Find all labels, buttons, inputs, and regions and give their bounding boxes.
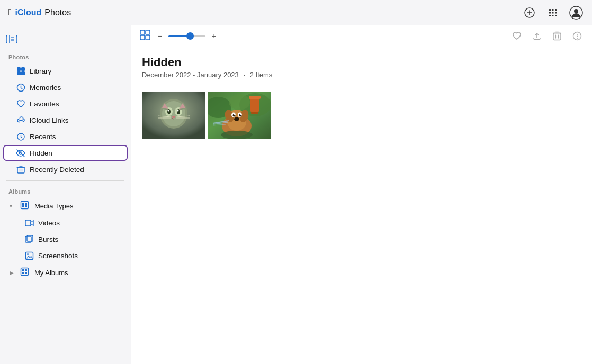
recently-deleted-icon: [16, 165, 25, 174]
content-area: − +: [131, 25, 592, 364]
svg-point-101: [221, 131, 253, 139]
content-subtitle: December 2022 - January 2023 · 2 Items: [142, 71, 581, 79]
sidebar-item-hidden[interactable]: Hidden: [3, 145, 128, 161]
photo-thumbnail-2[interactable]: [208, 92, 271, 139]
sidebar-item-bursts[interactable]: Bursts: [3, 231, 128, 247]
profile-button[interactable]: [569, 5, 584, 20]
sidebar-item-recents-label: Recents: [30, 133, 56, 141]
sidebar-item-favorites-label: Favorites: [30, 100, 59, 108]
sidebar-item-favorites[interactable]: Favorites: [3, 96, 128, 112]
topbar-brand:  iCloud Photos: [8, 7, 71, 18]
svg-rect-7: [552, 12, 554, 13]
zoom-control: − +: [155, 32, 219, 40]
sidebar-item-videos-label: Videos: [38, 219, 60, 227]
svg-rect-84: [249, 96, 261, 99]
svg-rect-19: [17, 67, 21, 71]
svg-point-96: [240, 114, 241, 115]
sidebar-item-recently-deleted-label: Recently Deleted: [30, 166, 84, 174]
svg-rect-83: [250, 97, 259, 112]
svg-rect-10: [552, 15, 554, 16]
gallery-view-button[interactable]: [140, 30, 150, 42]
svg-rect-47: [25, 272, 27, 274]
sidebar-item-memories-label: Memories: [30, 84, 61, 92]
upload-button[interactable]: [531, 30, 543, 42]
content-header: Hidden December 2022 - January 2023 · 2 …: [131, 47, 592, 83]
photo-grid: [131, 83, 592, 148]
zoom-in-button[interactable]: +: [209, 32, 219, 40]
svg-point-42: [27, 253, 29, 255]
svg-point-70: [172, 116, 175, 118]
add-button[interactable]: [522, 5, 537, 20]
sidebar-toggle-button[interactable]: [6, 35, 17, 46]
svg-rect-20: [21, 67, 25, 71]
svg-rect-36: [22, 205, 24, 207]
my-albums-icon: [20, 267, 29, 278]
favorite-button[interactable]: [510, 30, 523, 42]
svg-rect-46: [22, 272, 24, 274]
sidebar-item-my-albums[interactable]: ▶ My Albums: [3, 264, 128, 281]
favorites-icon: [16, 99, 25, 108]
memories-icon: [16, 83, 25, 92]
library-icon: [16, 66, 25, 76]
svg-point-69: [177, 110, 179, 112]
photo-thumbnail-1[interactable]: [142, 92, 205, 139]
svg-rect-11: [555, 15, 557, 16]
media-types-arrow-icon: ▾: [10, 203, 17, 209]
delete-button[interactable]: [551, 30, 563, 42]
svg-rect-85: [251, 112, 258, 114]
more-options-button[interactable]: [571, 30, 584, 42]
sidebar-item-screenshots-label: Screenshots: [38, 252, 78, 260]
svg-rect-9: [549, 15, 551, 16]
items-label: Items: [256, 71, 273, 79]
svg-rect-35: [25, 203, 27, 205]
sidebar-item-videos[interactable]: Videos: [3, 215, 128, 231]
apple-logo-icon: : [8, 7, 12, 18]
svg-rect-49: [146, 30, 150, 34]
screenshots-icon: [24, 251, 34, 260]
sidebar-item-my-albums-label: My Albums: [34, 269, 68, 277]
sidebar-item-media-types[interactable]: ▾ Media Types: [3, 197, 128, 214]
svg-rect-44: [22, 269, 24, 271]
sidebar-item-recently-deleted[interactable]: Recently Deleted: [3, 161, 128, 177]
sidebar-item-hidden-label: Hidden: [30, 149, 52, 157]
svg-rect-3: [549, 9, 551, 11]
sidebar-item-library-label: Library: [30, 67, 51, 75]
sidebar-item-icloud-links[interactable]: iCloud Links: [3, 112, 128, 128]
sidebar-item-screenshots[interactable]: Screenshots: [3, 248, 128, 263]
sidebar-section-photos: Photos: [0, 50, 131, 62]
sidebar: Photos Library Memories: [0, 25, 131, 364]
svg-rect-33: [21, 202, 29, 209]
svg-rect-5: [555, 9, 557, 11]
sidebar-item-memories[interactable]: Memories: [3, 79, 128, 95]
my-albums-arrow-icon: ▶: [10, 270, 17, 276]
svg-point-97: [234, 117, 239, 121]
content-toolbar: − +: [131, 25, 592, 47]
sidebar-item-icloud-links-label: iCloud Links: [30, 116, 69, 124]
svg-rect-48: [140, 30, 145, 34]
icloud-brand-text: iCloud: [15, 8, 42, 17]
zoom-out-button[interactable]: −: [155, 32, 165, 40]
toolbar-right: [510, 30, 584, 42]
sidebar-item-library[interactable]: Library: [3, 63, 128, 79]
page-title: Hidden: [142, 56, 581, 69]
svg-point-13: [574, 9, 578, 13]
svg-point-59: [577, 36, 578, 37]
svg-point-95: [234, 114, 235, 115]
recents-icon: [16, 132, 25, 141]
grid-menu-button[interactable]: [545, 5, 560, 20]
svg-point-68: [168, 110, 169, 112]
sidebar-item-recents[interactable]: Recents: [3, 129, 128, 144]
item-count: 2: [250, 71, 254, 79]
zoom-slider[interactable]: [168, 35, 205, 37]
svg-rect-34: [22, 203, 24, 205]
svg-rect-43: [21, 268, 29, 276]
hidden-icon: [16, 148, 25, 158]
toolbar-left: − +: [140, 30, 219, 42]
sidebar-item-bursts-label: Bursts: [38, 235, 58, 243]
topbar-actions: [522, 5, 584, 20]
videos-icon: [24, 218, 34, 228]
photos-brand-text: Photos: [44, 8, 71, 17]
subtitle-dot: ·: [243, 71, 245, 79]
sidebar-divider: [6, 180, 124, 181]
sidebar-toggle-area: [0, 31, 131, 50]
